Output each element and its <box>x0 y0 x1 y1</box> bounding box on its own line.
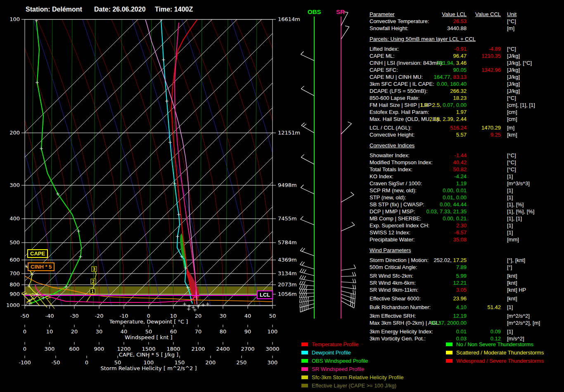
param-value: 83.13 <box>453 74 467 80</box>
chart-line <box>303 124 306 126</box>
param-value: 12.21 <box>453 280 467 286</box>
param-value-ccl: 0.09 <box>370 328 501 335</box>
param-value: 9.25 <box>491 132 501 138</box>
param-value: 50.82 <box>453 166 467 172</box>
x-axis-tick-label: 200 <box>197 359 224 366</box>
legend-item: No / Non Severe Thunderstorms <box>446 340 544 348</box>
param-value-lcl: 0.00, 44.44 <box>370 201 467 208</box>
altitude-tick-label: 1056m <box>278 291 297 297</box>
legend-swatch <box>301 342 308 346</box>
x-axis-tick-label: 3000 <box>259 346 286 352</box>
param-value: 1470.29 <box>481 125 501 131</box>
param-value: 0.00, <box>437 81 450 87</box>
pressure-tick-label: 1000 <box>6 302 20 308</box>
legend-item: SR Windspeed Profile <box>301 365 404 373</box>
param-value-ccl: 1470.29 <box>370 125 501 131</box>
chart-line <box>301 185 303 188</box>
param-value: 160.40 <box>450 81 467 87</box>
legend-label: SR Windspeed Profile <box>312 366 364 372</box>
date-label: Date: 26.06.2020 <box>94 6 146 13</box>
x-axis-tick-label: 1800 <box>160 346 187 352</box>
col-header-unit: Unit <box>507 11 517 17</box>
param-value-ccl: 1342.96 <box>370 67 501 73</box>
x-axis-title-1: Windspeed [ knt ] <box>125 334 172 340</box>
param-value-lcl: 1.9 - 2.5, 0.07, 0.00 <box>370 102 467 108</box>
legend-label: Temperature Profile <box>312 341 358 347</box>
param-unit: [m^2/s^2], [m] <box>507 320 540 326</box>
pressure-tick-label: 600 <box>6 257 20 263</box>
chart-line <box>120 19 122 306</box>
param-unit: [J/kg] <box>507 53 520 59</box>
x-axis-tick-label: 50 <box>135 328 162 335</box>
chart-line <box>173 19 175 306</box>
table-row: CAPE SFC:90.051342.96[J/kg] <box>370 67 564 74</box>
table-row: SCP RM (new, old):0.00, 0.01[1] <box>370 187 564 194</box>
chart-line <box>200 19 202 306</box>
severity-legend: No / Non Severe ThunderstormsScattered /… <box>446 340 544 365</box>
chart-line <box>303 276 306 280</box>
param-value-lcl: 164.77, 83.13 <box>370 74 467 80</box>
section-header: Wind Parameters <box>370 247 564 254</box>
param-value: 1.97 <box>456 109 467 115</box>
obs-column-header: OBS <box>308 8 321 15</box>
x-axis-tick-label: 2400 <box>210 346 236 352</box>
x-axis-tick-label: -30 <box>61 313 88 319</box>
chart-line <box>354 264 356 268</box>
param-value: 1.9 - 2.5, <box>420 102 443 108</box>
table-row: Effective Shear 6000:23.96[knt] <box>370 295 564 302</box>
param-value: 5.99 <box>456 273 467 279</box>
x-axis-tick-label: 30 <box>86 328 112 335</box>
param-value: 2.44 <box>456 116 467 122</box>
param-unit: [J/kg] <box>507 67 520 73</box>
table-row: ParameterValue LCLValue CCLUnit <box>370 11 564 18</box>
table-row: 3km Effective SRH:12.19[m^2/s^2] <box>370 313 564 320</box>
chart-line <box>341 124 351 134</box>
param-unit: [J/kg], [°C] <box>507 60 532 66</box>
chart-line <box>302 276 304 279</box>
chart-line <box>352 272 354 276</box>
table-row: DCAPE (LFS = 550mB):266.32[J/kg] <box>370 88 564 95</box>
param-unit: [J/kg] <box>507 88 520 94</box>
param-value-lcl: 40.42 <box>370 159 467 165</box>
x-axis-tick-label: 600 <box>61 346 88 352</box>
km-marker-label: 1 <box>91 289 94 294</box>
param-unit: [m] <box>507 25 514 31</box>
sr-column-header: SR <box>336 8 345 15</box>
chart-line <box>99 19 386 306</box>
chart-line <box>341 27 349 39</box>
table-row: KO Index:-4.24[1] <box>370 173 564 180</box>
table-row: Craven SigSvr / 1000:1.19[m^3/s^3] <box>370 180 564 187</box>
chart-line <box>355 285 356 289</box>
x-axis-tick-label: 0 <box>135 313 162 319</box>
param-value: 1342.96 <box>481 67 501 73</box>
x-axis-tick-label: 0 <box>12 346 38 352</box>
chart-line <box>341 195 354 202</box>
x-axis-tick-label: 80 <box>210 328 236 335</box>
param-value: 3440.88 <box>447 25 467 31</box>
x-axis-tick-label: 1500 <box>135 346 162 352</box>
param-unit: [J/kg] <box>507 74 520 80</box>
param-unit: [1] <box>507 304 513 310</box>
x-axis-tick-label: -50 <box>12 313 38 319</box>
chart-line <box>306 289 307 293</box>
param-value-lcl: 12.19 <box>370 313 467 319</box>
chart-line <box>302 269 304 272</box>
chart-line <box>308 301 308 305</box>
param-value: 0.07, <box>443 102 456 108</box>
chart-line <box>354 304 355 308</box>
param-value: 2.30 <box>456 222 467 229</box>
chart-line <box>300 269 302 272</box>
chart-line <box>351 192 354 195</box>
chart-line <box>0 19 163 306</box>
param-unit: [J/kg] <box>507 81 520 87</box>
parameter-table: ParameterValue LCLValue CCLUnitConvectiv… <box>370 11 564 342</box>
table-row: STP (new, old):0.01, 0.00[1] <box>370 194 564 201</box>
legend-swatch <box>301 384 308 387</box>
table-row: Convective Temperature:26.53[°C] <box>370 18 564 25</box>
param-value: 0.00, <box>440 201 453 208</box>
legend-label: No / Non Severe Thunderstorms <box>456 341 533 347</box>
x-axis-tick-label: 20 <box>61 328 88 335</box>
chart-line <box>301 286 303 289</box>
chart-line <box>303 289 305 293</box>
table-row: SR Wind 9km-11km:3.05[knt] HP <box>370 287 564 294</box>
